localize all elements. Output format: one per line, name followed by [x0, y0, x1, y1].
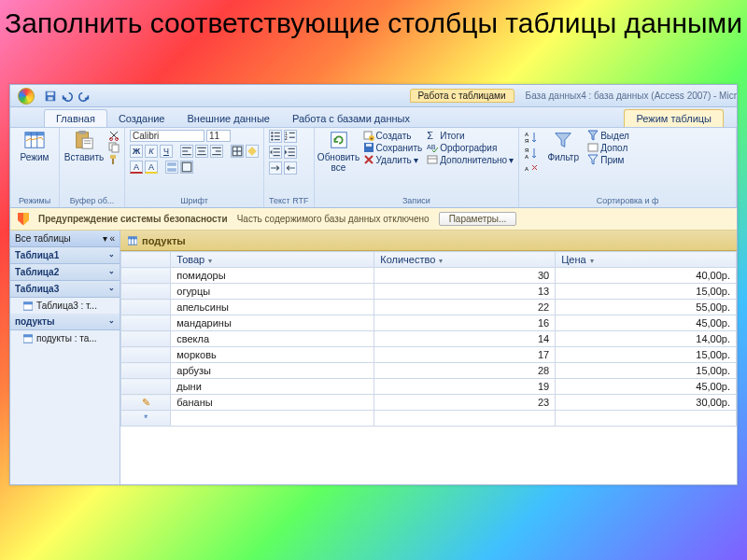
nav-group-header[interactable]: Таблица3⌄ [10, 281, 120, 298]
cell-qty[interactable]: 19 [374, 379, 556, 395]
cell-price[interactable]: 45,00р. [556, 315, 737, 331]
sort-desc-icon[interactable]: ЯA [524, 146, 539, 161]
data-grid[interactable]: Товар▾ Количество▾ Цена▾ помидоры3040,00… [120, 251, 737, 427]
align-left-button[interactable] [180, 145, 193, 158]
cell-price[interactable]: 30,00р. [556, 395, 737, 411]
paste-button[interactable]: Вставить [64, 130, 104, 162]
underline-button[interactable]: Ч [160, 145, 173, 158]
rtl-button[interactable] [284, 161, 297, 175]
tab-dbtools[interactable]: Работа с базами данных [281, 110, 421, 127]
toggle-filter-button[interactable]: Прим [587, 154, 629, 165]
bold-button[interactable]: Ж [130, 145, 143, 158]
chevron-double-left-icon[interactable]: ▾ « [103, 233, 115, 244]
tab-external[interactable]: Внешние данные [176, 110, 281, 127]
grid-style-button[interactable] [180, 161, 193, 174]
cell-name[interactable]: бананы [171, 395, 374, 411]
view-button[interactable]: Режим [15, 130, 54, 162]
row-selector[interactable] [121, 315, 171, 331]
column-header[interactable]: Количество▾ [374, 252, 556, 268]
align-right-button[interactable] [210, 145, 223, 158]
table-row[interactable]: апельсины2255,00р. [121, 300, 737, 315]
cell-price[interactable]: 45,00р. [556, 379, 737, 395]
row-selector[interactable] [121, 331, 171, 347]
cell-name[interactable]: мандарины [171, 315, 374, 331]
cell-qty[interactable]: 13 [374, 284, 556, 300]
alt-fill-button[interactable] [165, 161, 178, 174]
clear-sort-icon[interactable]: A [524, 161, 539, 176]
table-row[interactable]: огурцы1315,00р. [121, 284, 737, 300]
tab-home[interactable]: Главная [44, 109, 107, 127]
tab-table-tools[interactable]: Режим таблицы [624, 109, 724, 127]
cell-qty[interactable]: 23 [374, 395, 556, 411]
delete-record-button[interactable]: Удалить ▾ [363, 154, 423, 165]
undo-icon[interactable] [61, 90, 74, 103]
cell-qty[interactable]: 17 [374, 347, 556, 363]
font-color-button[interactable]: A [130, 161, 143, 174]
cell-qty[interactable]: 16 [374, 315, 556, 331]
cell-price[interactable]: 40,00р. [556, 268, 737, 284]
save-icon[interactable] [44, 90, 57, 103]
cell-name[interactable]: помидоры [171, 268, 374, 284]
tab-create[interactable]: Создание [107, 110, 176, 127]
cell-qty[interactable]: 22 [374, 300, 556, 315]
table-row[interactable]: мандарины1645,00р. [121, 315, 737, 331]
selection-filter-button[interactable]: Выдел [587, 130, 629, 141]
select-all-cell[interactable] [121, 252, 171, 268]
cell-qty[interactable]: 14 [374, 331, 556, 347]
totals-button[interactable]: ΣИтоги [427, 130, 514, 141]
font-size-select[interactable]: 11 [206, 130, 231, 142]
row-selector[interactable] [121, 379, 171, 395]
nav-header[interactable]: Все таблицы ▾ « [10, 231, 120, 247]
cell-name[interactable]: арбузы [171, 363, 374, 379]
cell-name[interactable]: дыни [171, 379, 374, 395]
more-button[interactable]: Дополнительно ▾ [427, 154, 514, 165]
save-record-button[interactable]: Сохранить [363, 142, 423, 153]
ltr-button[interactable] [269, 161, 282, 175]
copy-icon[interactable] [108, 142, 120, 153]
row-selector[interactable] [121, 347, 171, 363]
cell-name[interactable]: свекла [171, 331, 374, 347]
numbering-button[interactable]: 12 [284, 130, 297, 143]
cell-price[interactable]: 14,00р. [556, 331, 737, 347]
new-record-row[interactable]: * [121, 411, 737, 427]
column-header[interactable]: Цена▾ [556, 252, 737, 268]
object-tab[interactable]: подукты [120, 231, 737, 251]
align-center-button[interactable] [195, 145, 208, 158]
nav-item[interactable]: подукты : та... [10, 330, 120, 346]
cell-name[interactable]: морковь [171, 347, 374, 363]
redo-icon[interactable] [78, 90, 91, 103]
table-row[interactable]: свекла1414,00р. [121, 331, 737, 347]
nav-item[interactable]: Таблица3 : т... [10, 298, 120, 314]
advanced-filter-button[interactable]: Допол [587, 142, 629, 153]
increase-indent-button[interactable] [284, 146, 297, 159]
gridlines-button[interactable] [231, 145, 244, 158]
nav-group-header[interactable]: Таблица1⌄ [10, 247, 120, 264]
table-row[interactable]: арбузы2815,00р. [121, 363, 737, 379]
cell-name[interactable]: апельсины [171, 300, 374, 315]
table-row[interactable]: морковь1715,00р. [121, 347, 737, 363]
table-row[interactable]: дыни1945,00р. [121, 379, 737, 395]
table-row[interactable]: ✎бананы2330,00р. [121, 395, 737, 411]
refresh-button[interactable]: Обновить все [319, 130, 359, 173]
italic-button[interactable]: К [145, 145, 158, 158]
office-button[interactable] [12, 85, 40, 107]
highlight-button[interactable]: A [145, 161, 158, 174]
row-selector[interactable] [121, 300, 171, 315]
spelling-button[interactable]: ABОрфография [427, 142, 514, 153]
new-record-button[interactable]: +Создать [363, 130, 423, 141]
nav-group-header[interactable]: Таблица2⌄ [10, 264, 120, 281]
cell-price[interactable]: 15,00р. [556, 284, 737, 300]
nav-group-header[interactable]: подукты⌄ [10, 314, 120, 330]
cell-price[interactable]: 55,00р. [556, 300, 737, 315]
font-name-select[interactable]: Calibri [130, 130, 204, 142]
table-row[interactable]: помидоры3040,00р. [121, 268, 737, 284]
column-header[interactable]: Товар▾ [171, 252, 374, 268]
security-options-button[interactable]: Параметры... [439, 212, 517, 226]
cell-qty[interactable]: 28 [374, 363, 556, 379]
cell-qty[interactable]: 30 [374, 268, 556, 284]
filter-button[interactable]: Фильтр [543, 130, 583, 162]
cut-icon[interactable] [108, 130, 120, 141]
sort-asc-icon[interactable]: AЯ [524, 130, 539, 145]
row-selector[interactable]: * [121, 411, 171, 427]
cell-name[interactable]: огурцы [171, 284, 374, 300]
